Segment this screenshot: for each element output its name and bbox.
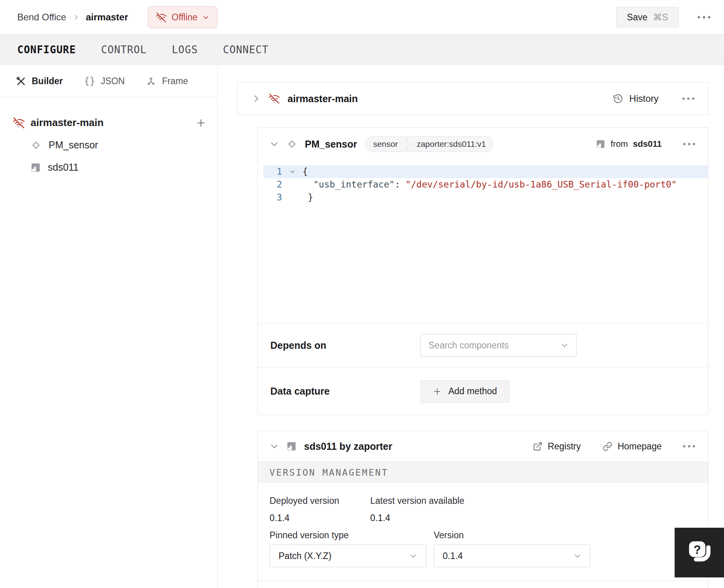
- save-button[interactable]: Save ⌘S: [616, 7, 679, 27]
- part-card-title: airmaster-main: [288, 93, 358, 105]
- svg-text:?: ?: [693, 543, 701, 556]
- tab-configure[interactable]: CONFIGURE: [17, 44, 76, 56]
- version-management-body: Deployed version 0.1.4 Latest version av…: [258, 483, 708, 581]
- pill-divider-chevron: [405, 137, 409, 152]
- component-card-header: PM_sensor sensor zaporter:sds011:v1 from…: [258, 128, 708, 161]
- module-icon: [30, 162, 41, 173]
- mode-builder-label: Builder: [32, 76, 63, 87]
- line-number: 1: [263, 165, 282, 178]
- attributes-json-editor[interactable]: 1 { 2 "usb_interface": "/dev/serial/by-i…: [258, 161, 708, 323]
- tree-item-component[interactable]: PM_sensor: [0, 134, 217, 156]
- module-title: sds011 by zaporter: [304, 441, 392, 452]
- link-chain-icon: [603, 442, 612, 451]
- config-main-panel: airmaster-main History: [218, 65, 724, 588]
- tab-logs[interactable]: LOGS: [172, 44, 198, 56]
- latest-version-value: 0.1.4: [370, 513, 390, 523]
- depends-on-select[interactable]: Search components: [420, 334, 577, 357]
- fold-spacer: [282, 178, 302, 191]
- homepage-label: Homepage: [617, 441, 662, 452]
- from-label: from: [611, 139, 628, 149]
- fold-spacer: [282, 191, 302, 204]
- save-shortcut: ⌘S: [653, 12, 668, 23]
- from-module-indicator: from sds011: [595, 139, 662, 149]
- expand-chevron-right-icon[interactable]: [251, 93, 262, 104]
- add-method-button[interactable]: Add method: [420, 380, 509, 403]
- chevron-down-icon: [409, 552, 417, 560]
- line-number: 2: [263, 178, 282, 191]
- header-overflow-menu-button[interactable]: [695, 13, 713, 21]
- machine-status-badge[interactable]: Offline: [148, 6, 217, 28]
- code-string-value: "/dev/serial/by-id/usb-1a86_USB_Serial-i…: [405, 178, 677, 191]
- tree-component-label: PM_sensor: [49, 139, 98, 151]
- code-line: 3 }: [263, 191, 708, 204]
- chevron-down-icon: [203, 14, 209, 21]
- data-capture-section: Data capture Add method: [258, 367, 708, 415]
- line-number: 3: [263, 191, 282, 204]
- help-question-icon: ?: [685, 538, 714, 567]
- component-card-menu-button[interactable]: [681, 141, 697, 147]
- component-model-tag: zaporter:sds011:v1: [409, 139, 493, 149]
- add-component-button[interactable]: [194, 116, 208, 130]
- ellipsis-icon: [697, 16, 711, 19]
- component-type-tag: sensor: [366, 139, 405, 149]
- module-header-actions: Registry Homepage: [530, 441, 697, 452]
- depends-on-label: Depends on: [270, 340, 326, 351]
- registry-link[interactable]: Registry: [530, 441, 583, 452]
- help-button[interactable]: ?: [675, 528, 724, 577]
- version-management-header: VERSION MANAGEMENT: [258, 462, 708, 483]
- latest-version-label: Latest version available: [370, 496, 464, 506]
- breadcrumb: Bend Office airmaster: [17, 12, 128, 23]
- component-tree: airmaster-main PM_sensor sds011: [0, 97, 217, 179]
- view-mode-bar: Builder {} JSON Frame: [0, 65, 217, 97]
- code-key: "usb_interface": [302, 178, 395, 191]
- pinned-version-type-select[interactable]: Patch (X.Y.Z): [270, 545, 426, 567]
- version-value: 0.1.4: [443, 551, 463, 561]
- mode-builder[interactable]: Builder: [16, 76, 63, 87]
- tree-module-label: sds011: [48, 162, 79, 173]
- chevron-down-icon: [561, 341, 568, 349]
- frame-axes-icon: [146, 76, 156, 87]
- tree-item-module[interactable]: sds011: [0, 156, 217, 179]
- version-select[interactable]: 0.1.4: [434, 545, 590, 567]
- version-management-title: VERSION MANAGEMENT: [270, 467, 388, 478]
- pinned-version-type-value: Patch (X.Y.Z): [279, 551, 331, 561]
- mode-frame[interactable]: Frame: [146, 76, 188, 87]
- data-capture-label: Data capture: [270, 386, 329, 397]
- main-tabbar: CONFIGURE CONTROL LOGS CONNECT: [0, 34, 724, 65]
- wifi-off-icon: [156, 12, 167, 23]
- mode-json[interactable]: {} JSON: [84, 76, 125, 87]
- code-line: 2 "usb_interface": "/dev/serial/by-id/us…: [263, 178, 708, 191]
- collapse-chevron-down-icon[interactable]: [269, 441, 280, 452]
- history-label: History: [629, 93, 659, 104]
- tab-control[interactable]: CONTROL: [101, 44, 147, 56]
- component-diamond-icon: [286, 138, 298, 150]
- ellipsis-icon: [683, 445, 695, 448]
- tab-connect[interactable]: CONNECT: [223, 44, 269, 56]
- module-card-menu-button[interactable]: [681, 443, 697, 449]
- chevron-right-icon: [72, 14, 80, 21]
- ellipsis-icon: [683, 142, 695, 146]
- depends-on-section: Depends on Search components: [258, 323, 708, 367]
- tree-item-machine-part[interactable]: airmaster-main: [0, 112, 217, 134]
- mode-json-label: JSON: [101, 76, 125, 87]
- collapse-chevron-down-icon[interactable]: [269, 139, 280, 150]
- deployed-version-value: 0.1.4: [270, 513, 290, 523]
- component-type-model-pill: sensor zaporter:sds011:v1: [366, 136, 493, 152]
- breadcrumb-org[interactable]: Bend Office: [17, 12, 66, 23]
- part-card-menu-button[interactable]: [681, 96, 696, 102]
- mode-frame-label: Frame: [162, 76, 188, 87]
- module-card-header: sds011 by zaporter Registry: [258, 431, 708, 462]
- chevron-down-icon: [574, 552, 581, 560]
- code-line: 1 {: [263, 165, 708, 178]
- machine-config-page: Bend Office airmaster Offline: [0, 0, 724, 588]
- ellipsis-icon: [682, 97, 695, 100]
- code-text: }: [302, 191, 313, 204]
- component-diamond-icon: [30, 139, 42, 151]
- code-colon: :: [395, 178, 405, 191]
- fold-toggle[interactable]: [282, 165, 302, 178]
- tree-part-label: airmaster-main: [31, 117, 103, 129]
- from-module-name: sds011: [633, 139, 662, 149]
- history-button[interactable]: History: [610, 93, 661, 105]
- machine-part-card: airmaster-main History: [237, 82, 708, 115]
- homepage-link[interactable]: Homepage: [600, 441, 664, 452]
